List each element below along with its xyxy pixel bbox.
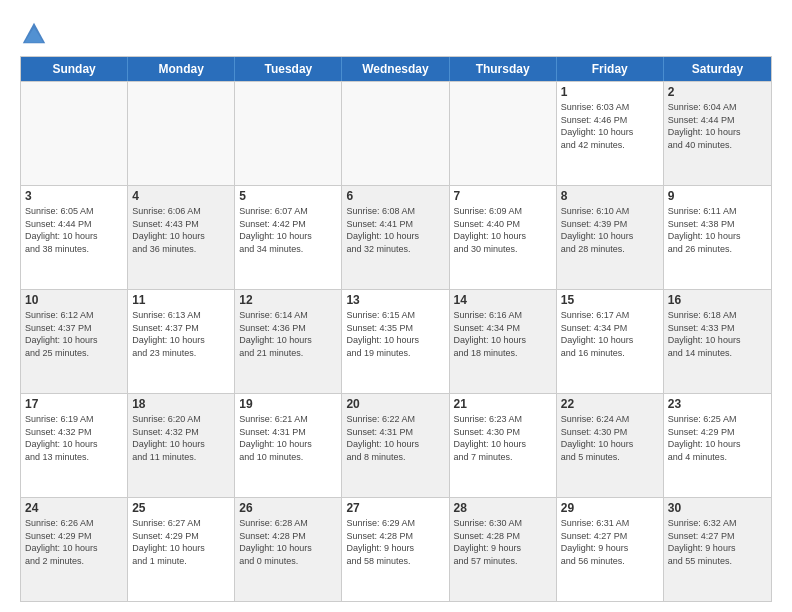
day-number: 14 — [454, 293, 552, 307]
day-info: Sunrise: 6:17 AM Sunset: 4:34 PM Dayligh… — [561, 309, 659, 359]
calendar-body: 1Sunrise: 6:03 AM Sunset: 4:46 PM Daylig… — [21, 81, 771, 601]
calendar-cell-day-6: 6Sunrise: 6:08 AM Sunset: 4:41 PM Daylig… — [342, 186, 449, 289]
calendar-cell-day-24: 24Sunrise: 6:26 AM Sunset: 4:29 PM Dayli… — [21, 498, 128, 601]
day-number: 30 — [668, 501, 767, 515]
header-day-wednesday: Wednesday — [342, 57, 449, 81]
day-info: Sunrise: 6:28 AM Sunset: 4:28 PM Dayligh… — [239, 517, 337, 567]
calendar-cell-day-18: 18Sunrise: 6:20 AM Sunset: 4:32 PM Dayli… — [128, 394, 235, 497]
header-day-friday: Friday — [557, 57, 664, 81]
calendar-cell-empty-0-1 — [128, 82, 235, 185]
calendar-cell-day-11: 11Sunrise: 6:13 AM Sunset: 4:37 PM Dayli… — [128, 290, 235, 393]
day-number: 21 — [454, 397, 552, 411]
calendar-cell-day-17: 17Sunrise: 6:19 AM Sunset: 4:32 PM Dayli… — [21, 394, 128, 497]
day-info: Sunrise: 6:18 AM Sunset: 4:33 PM Dayligh… — [668, 309, 767, 359]
calendar-cell-day-25: 25Sunrise: 6:27 AM Sunset: 4:29 PM Dayli… — [128, 498, 235, 601]
calendar-cell-day-7: 7Sunrise: 6:09 AM Sunset: 4:40 PM Daylig… — [450, 186, 557, 289]
calendar-cell-day-26: 26Sunrise: 6:28 AM Sunset: 4:28 PM Dayli… — [235, 498, 342, 601]
page: SundayMondayTuesdayWednesdayThursdayFrid… — [0, 0, 792, 612]
day-number: 25 — [132, 501, 230, 515]
day-number: 1 — [561, 85, 659, 99]
calendar-cell-day-29: 29Sunrise: 6:31 AM Sunset: 4:27 PM Dayli… — [557, 498, 664, 601]
calendar-cell-empty-0-3 — [342, 82, 449, 185]
day-number: 12 — [239, 293, 337, 307]
calendar-row-1: 1Sunrise: 6:03 AM Sunset: 4:46 PM Daylig… — [21, 81, 771, 185]
calendar-cell-day-12: 12Sunrise: 6:14 AM Sunset: 4:36 PM Dayli… — [235, 290, 342, 393]
calendar-cell-day-14: 14Sunrise: 6:16 AM Sunset: 4:34 PM Dayli… — [450, 290, 557, 393]
day-number: 18 — [132, 397, 230, 411]
calendar-cell-empty-0-4 — [450, 82, 557, 185]
day-number: 27 — [346, 501, 444, 515]
day-info: Sunrise: 6:21 AM Sunset: 4:31 PM Dayligh… — [239, 413, 337, 463]
day-number: 26 — [239, 501, 337, 515]
day-info: Sunrise: 6:20 AM Sunset: 4:32 PM Dayligh… — [132, 413, 230, 463]
calendar-row-3: 10Sunrise: 6:12 AM Sunset: 4:37 PM Dayli… — [21, 289, 771, 393]
day-number: 9 — [668, 189, 767, 203]
day-info: Sunrise: 6:16 AM Sunset: 4:34 PM Dayligh… — [454, 309, 552, 359]
day-number: 2 — [668, 85, 767, 99]
calendar: SundayMondayTuesdayWednesdayThursdayFrid… — [20, 56, 772, 602]
calendar-cell-day-3: 3Sunrise: 6:05 AM Sunset: 4:44 PM Daylig… — [21, 186, 128, 289]
day-number: 7 — [454, 189, 552, 203]
day-info: Sunrise: 6:15 AM Sunset: 4:35 PM Dayligh… — [346, 309, 444, 359]
day-number: 11 — [132, 293, 230, 307]
day-info: Sunrise: 6:11 AM Sunset: 4:38 PM Dayligh… — [668, 205, 767, 255]
calendar-header: SundayMondayTuesdayWednesdayThursdayFrid… — [21, 57, 771, 81]
calendar-cell-empty-0-0 — [21, 82, 128, 185]
calendar-cell-day-19: 19Sunrise: 6:21 AM Sunset: 4:31 PM Dayli… — [235, 394, 342, 497]
day-number: 3 — [25, 189, 123, 203]
calendar-cell-day-9: 9Sunrise: 6:11 AM Sunset: 4:38 PM Daylig… — [664, 186, 771, 289]
calendar-cell-day-4: 4Sunrise: 6:06 AM Sunset: 4:43 PM Daylig… — [128, 186, 235, 289]
day-number: 16 — [668, 293, 767, 307]
day-info: Sunrise: 6:13 AM Sunset: 4:37 PM Dayligh… — [132, 309, 230, 359]
day-number: 22 — [561, 397, 659, 411]
day-info: Sunrise: 6:03 AM Sunset: 4:46 PM Dayligh… — [561, 101, 659, 151]
calendar-cell-day-22: 22Sunrise: 6:24 AM Sunset: 4:30 PM Dayli… — [557, 394, 664, 497]
day-number: 4 — [132, 189, 230, 203]
header-day-sunday: Sunday — [21, 57, 128, 81]
day-info: Sunrise: 6:29 AM Sunset: 4:28 PM Dayligh… — [346, 517, 444, 567]
day-number: 15 — [561, 293, 659, 307]
day-number: 20 — [346, 397, 444, 411]
day-number: 23 — [668, 397, 767, 411]
day-info: Sunrise: 6:10 AM Sunset: 4:39 PM Dayligh… — [561, 205, 659, 255]
day-info: Sunrise: 6:23 AM Sunset: 4:30 PM Dayligh… — [454, 413, 552, 463]
header-day-tuesday: Tuesday — [235, 57, 342, 81]
day-info: Sunrise: 6:24 AM Sunset: 4:30 PM Dayligh… — [561, 413, 659, 463]
day-info: Sunrise: 6:12 AM Sunset: 4:37 PM Dayligh… — [25, 309, 123, 359]
day-info: Sunrise: 6:04 AM Sunset: 4:44 PM Dayligh… — [668, 101, 767, 151]
calendar-cell-day-8: 8Sunrise: 6:10 AM Sunset: 4:39 PM Daylig… — [557, 186, 664, 289]
day-number: 28 — [454, 501, 552, 515]
calendar-cell-day-15: 15Sunrise: 6:17 AM Sunset: 4:34 PM Dayli… — [557, 290, 664, 393]
day-info: Sunrise: 6:30 AM Sunset: 4:28 PM Dayligh… — [454, 517, 552, 567]
calendar-cell-day-30: 30Sunrise: 6:32 AM Sunset: 4:27 PM Dayli… — [664, 498, 771, 601]
day-number: 13 — [346, 293, 444, 307]
day-info: Sunrise: 6:32 AM Sunset: 4:27 PM Dayligh… — [668, 517, 767, 567]
day-info: Sunrise: 6:08 AM Sunset: 4:41 PM Dayligh… — [346, 205, 444, 255]
day-number: 17 — [25, 397, 123, 411]
calendar-cell-day-2: 2Sunrise: 6:04 AM Sunset: 4:44 PM Daylig… — [664, 82, 771, 185]
calendar-cell-day-1: 1Sunrise: 6:03 AM Sunset: 4:46 PM Daylig… — [557, 82, 664, 185]
calendar-cell-day-21: 21Sunrise: 6:23 AM Sunset: 4:30 PM Dayli… — [450, 394, 557, 497]
day-info: Sunrise: 6:22 AM Sunset: 4:31 PM Dayligh… — [346, 413, 444, 463]
day-info: Sunrise: 6:07 AM Sunset: 4:42 PM Dayligh… — [239, 205, 337, 255]
day-info: Sunrise: 6:25 AM Sunset: 4:29 PM Dayligh… — [668, 413, 767, 463]
day-info: Sunrise: 6:27 AM Sunset: 4:29 PM Dayligh… — [132, 517, 230, 567]
calendar-cell-day-20: 20Sunrise: 6:22 AM Sunset: 4:31 PM Dayli… — [342, 394, 449, 497]
day-number: 19 — [239, 397, 337, 411]
day-number: 24 — [25, 501, 123, 515]
calendar-cell-day-16: 16Sunrise: 6:18 AM Sunset: 4:33 PM Dayli… — [664, 290, 771, 393]
calendar-cell-day-10: 10Sunrise: 6:12 AM Sunset: 4:37 PM Dayli… — [21, 290, 128, 393]
day-info: Sunrise: 6:06 AM Sunset: 4:43 PM Dayligh… — [132, 205, 230, 255]
calendar-cell-empty-0-2 — [235, 82, 342, 185]
calendar-cell-day-23: 23Sunrise: 6:25 AM Sunset: 4:29 PM Dayli… — [664, 394, 771, 497]
day-info: Sunrise: 6:05 AM Sunset: 4:44 PM Dayligh… — [25, 205, 123, 255]
day-info: Sunrise: 6:26 AM Sunset: 4:29 PM Dayligh… — [25, 517, 123, 567]
header-day-saturday: Saturday — [664, 57, 771, 81]
calendar-row-4: 17Sunrise: 6:19 AM Sunset: 4:32 PM Dayli… — [21, 393, 771, 497]
day-info: Sunrise: 6:14 AM Sunset: 4:36 PM Dayligh… — [239, 309, 337, 359]
calendar-cell-day-13: 13Sunrise: 6:15 AM Sunset: 4:35 PM Dayli… — [342, 290, 449, 393]
day-number: 5 — [239, 189, 337, 203]
calendar-cell-day-27: 27Sunrise: 6:29 AM Sunset: 4:28 PM Dayli… — [342, 498, 449, 601]
calendar-row-2: 3Sunrise: 6:05 AM Sunset: 4:44 PM Daylig… — [21, 185, 771, 289]
day-number: 8 — [561, 189, 659, 203]
